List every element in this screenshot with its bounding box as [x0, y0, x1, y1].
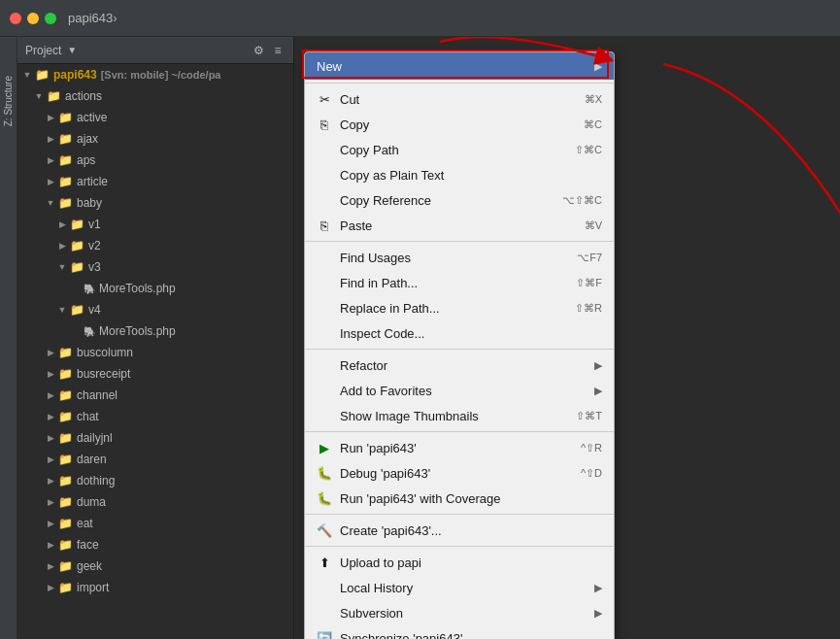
- minimize-button[interactable]: [27, 13, 39, 24]
- separator-1: [305, 83, 614, 84]
- tree-item-busreceipt[interactable]: ▶ 📁 busreceipt: [17, 363, 293, 385]
- context-menu-copy-path[interactable]: Copy Path ⇧⌘C: [305, 137, 614, 162]
- context-menu[interactable]: New ▶ ✂ Cut ⌘X ⎘ Copy ⌘C: [304, 51, 615, 639]
- context-menu-copy[interactable]: ⎘ Copy ⌘C: [305, 112, 614, 137]
- new-label: New: [317, 59, 342, 74]
- tree-item-face[interactable]: ▶ 📁 face: [17, 534, 293, 555]
- refactor-icon: [317, 357, 332, 373]
- synchronize-icon: 🔄: [317, 630, 332, 639]
- tree-item-baby[interactable]: ▼ 📁 baby: [17, 192, 293, 214]
- traffic-lights: [10, 13, 56, 24]
- copy-path-label: Copy Path: [340, 143, 399, 157]
- coverage-icon: 🐛: [317, 490, 332, 506]
- panel-header-dropdown-icon[interactable]: ▼: [67, 45, 77, 55]
- tree-item-v3[interactable]: ▼ 📁 v3: [17, 256, 293, 278]
- tree-item-chat[interactable]: ▶ 📁 chat: [17, 406, 293, 427]
- gear-icon[interactable]: ≡: [270, 43, 286, 58]
- tree-item-dothing[interactable]: ▶ 📁 dothing: [17, 470, 293, 491]
- replace-path-shortcut: ⇧⌘R: [575, 302, 602, 315]
- find-usages-shortcut: ⌥F7: [577, 252, 602, 264]
- v4-label: v4: [88, 303, 101, 317]
- tree-item-aps[interactable]: ▶ 📁 aps: [17, 150, 293, 171]
- context-menu-cut[interactable]: ✂ Cut ⌘X: [305, 86, 614, 112]
- tree-item-dailyjnl[interactable]: ▶ 📁 dailyjnl: [17, 427, 293, 449]
- copy-plain-icon: [317, 167, 332, 183]
- tree-item-daren[interactable]: ▶ 📁 daren: [17, 449, 293, 470]
- context-menu-synchronize[interactable]: 🔄 Synchronize 'papi643': [305, 625, 614, 639]
- tree-item-active[interactable]: ▶ 📁 active: [17, 107, 293, 128]
- v1-label: v1: [88, 218, 101, 231]
- panel-title: Project: [25, 44, 61, 57]
- tree-item-import[interactable]: ▶ 📁 import: [17, 577, 293, 598]
- tree-item-eat[interactable]: ▶ 📁 eat: [17, 513, 293, 534]
- article-label: article: [77, 175, 108, 188]
- context-menu-coverage[interactable]: 🐛 Run 'papi643' with Coverage: [305, 486, 614, 511]
- local-history-arrow: ▶: [594, 582, 602, 594]
- context-menu-new[interactable]: New ▶: [305, 52, 614, 80]
- channel-label: channel: [77, 388, 118, 402]
- copy-path-shortcut: ⇧⌘C: [575, 144, 602, 156]
- tree-item-v4[interactable]: ▼ 📁 v4: [17, 299, 293, 320]
- daren-label: daren: [77, 453, 107, 466]
- inspect-icon: [317, 325, 332, 341]
- context-menu-run[interactable]: ▶ Run 'papi643' ^⇧R: [305, 435, 614, 460]
- tree-item-channel[interactable]: ▶ 📁 channel: [17, 385, 293, 406]
- context-menu-find-usages[interactable]: Find Usages ⌥F7: [305, 245, 614, 270]
- ajax-label: ajax: [77, 132, 98, 146]
- moretools-v3-label: MoreTools.php: [99, 282, 176, 295]
- tree-item-v2[interactable]: ▶ 📁 v2: [17, 235, 293, 256]
- upload-label: Upload to papi: [340, 555, 421, 570]
- copy-shortcut: ⌘C: [584, 118, 602, 131]
- tree-item-moretools-v3[interactable]: ▶ 🐘 MoreTools.php: [17, 278, 293, 299]
- tree-item-geek[interactable]: ▶ 📁 geek: [17, 555, 293, 577]
- context-menu-replace-path[interactable]: Replace in Path... ⇧⌘R: [305, 295, 614, 320]
- context-menu-thumbnails[interactable]: Show Image Thumbnails ⇧⌘T: [305, 403, 614, 428]
- context-menu-inspect[interactable]: Inspect Code...: [305, 320, 614, 346]
- tree-item-actions[interactable]: ▼ 📁 actions: [17, 85, 293, 107]
- context-menu-local-history[interactable]: Local History ▶: [305, 575, 614, 600]
- run-icon: ▶: [317, 440, 332, 455]
- run-shortcut: ^⇧R: [581, 442, 602, 454]
- aps-label: aps: [77, 153, 95, 167]
- thumbnails-shortcut: ⇧⌘T: [576, 410, 602, 422]
- main-layout: Z: Structure Project ▼ ⚙ ≡ ▼ 📁 papi643 […: [0, 37, 840, 639]
- paste-icon: ⎘: [317, 218, 332, 233]
- context-menu-paste[interactable]: ⎘ Paste ⌘V: [305, 213, 614, 238]
- dailyjnl-label: dailyjnl: [77, 431, 113, 445]
- context-menu-subversion[interactable]: Subversion ▶: [305, 600, 614, 625]
- thumbnails-icon: [317, 408, 332, 423]
- maximize-button[interactable]: [45, 13, 56, 24]
- synchronize-label: Synchronize 'papi643': [340, 631, 462, 640]
- context-menu-copy-plain[interactable]: Copy as Plain Text: [305, 162, 614, 187]
- sync-icon[interactable]: ⚙: [251, 43, 266, 58]
- context-menu-favorites[interactable]: Add to Favorites ▶: [305, 378, 614, 403]
- tree-item-ajax[interactable]: ▶ 📁 ajax: [17, 128, 293, 150]
- tree-item-moretools-v4[interactable]: ▶ 🐘 MoreTools.php: [17, 320, 293, 342]
- separator-4: [305, 431, 614, 432]
- context-menu-debug[interactable]: 🐛 Debug 'papi643' ^⇧D: [305, 460, 614, 486]
- tree-item-article[interactable]: ▶ 📁 article: [17, 171, 293, 192]
- duma-label: duma: [77, 495, 106, 509]
- close-button[interactable]: [10, 13, 21, 24]
- context-menu-upload[interactable]: ⬆ Upload to papi: [305, 550, 614, 575]
- context-menu-find-path[interactable]: Find in Path... ⇧⌘F: [305, 270, 614, 295]
- import-label: import: [77, 581, 109, 594]
- thumbnails-label: Show Image Thumbnails: [340, 409, 479, 423]
- active-label: active: [77, 111, 107, 124]
- find-usages-icon: [317, 250, 332, 265]
- context-menu-refactor[interactable]: Refactor ▶: [305, 353, 614, 378]
- panel-header-icons: ⚙ ≡: [251, 43, 286, 58]
- tree-item-v1[interactable]: ▶ 📁 v1: [17, 214, 293, 235]
- separator-6: [305, 546, 614, 547]
- favorites-icon: [317, 383, 332, 398]
- debug-label: Debug 'papi643': [340, 466, 430, 481]
- context-area: New ▶ ✂ Cut ⌘X ⎘ Copy ⌘C: [294, 37, 840, 639]
- context-menu-create[interactable]: 🔨 Create 'papi643'...: [305, 518, 614, 543]
- debug-icon: 🐛: [317, 465, 332, 481]
- tree-item-duma[interactable]: ▶ 📁 duma: [17, 491, 293, 513]
- find-path-shortcut: ⇧⌘F: [576, 277, 602, 289]
- context-menu-copy-ref[interactable]: Copy Reference ⌥⇧⌘C: [305, 187, 614, 213]
- tree-root[interactable]: ▼ 📁 papi643 [Svn: mobile] ~/code/pa: [17, 64, 293, 85]
- structure-tab[interactable]: Z: Structure: [0, 37, 17, 639]
- tree-item-buscolumn[interactable]: ▶ 📁 buscolumn: [17, 342, 293, 363]
